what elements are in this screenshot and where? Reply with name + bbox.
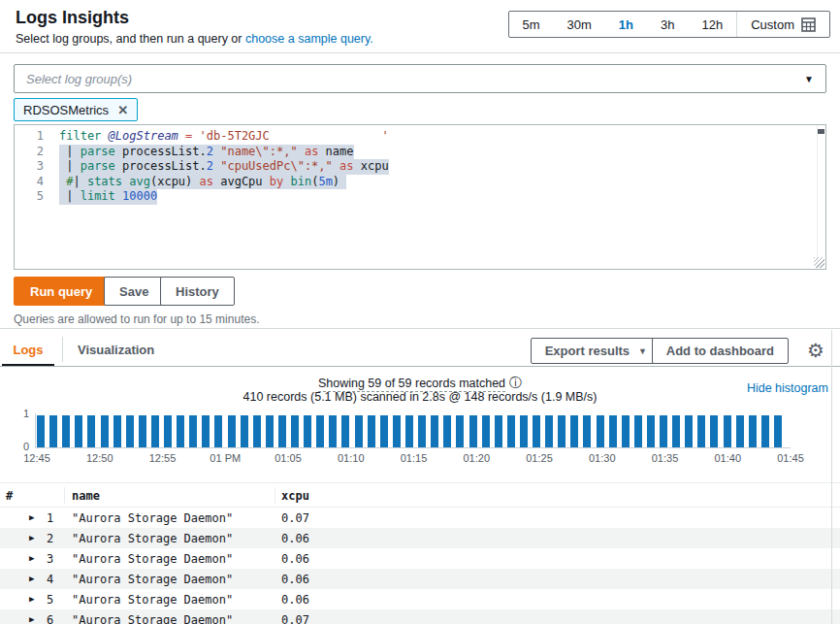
histogram-bar[interactable] xyxy=(355,415,363,447)
histogram-bar[interactable] xyxy=(393,415,401,447)
tab-logs[interactable]: Logs xyxy=(2,335,54,364)
histogram-bar[interactable] xyxy=(724,415,731,447)
histogram-bars[interactable] xyxy=(37,415,784,447)
export-results-button[interactable]: Export results ▼ xyxy=(531,338,662,364)
histogram-bar[interactable] xyxy=(75,415,82,447)
histogram-bar[interactable] xyxy=(37,415,45,447)
expand-row-icon[interactable]: ▶ xyxy=(29,614,34,624)
histogram-bar[interactable] xyxy=(101,415,109,447)
histogram-bar[interactable] xyxy=(241,415,248,447)
info-icon[interactable]: ⓘ xyxy=(509,376,522,390)
histogram-bar[interactable] xyxy=(253,415,261,447)
histogram-bar[interactable] xyxy=(431,415,438,447)
histogram-bar[interactable] xyxy=(202,415,210,447)
histogram-bar[interactable] xyxy=(685,415,693,447)
histogram-bar[interactable] xyxy=(380,415,388,447)
editor-resize-handle[interactable] xyxy=(814,257,824,268)
histogram-bar[interactable] xyxy=(583,415,591,447)
expand-row-icon[interactable]: ▶ xyxy=(29,553,34,563)
histogram-bar[interactable] xyxy=(405,415,413,447)
histogram-bar[interactable] xyxy=(368,415,375,447)
table-row[interactable]: ▶3"Aurora Storage Daemon"0.06 xyxy=(0,548,840,569)
table-row[interactable]: ▶6"Aurora Storage Daemon"0.07 xyxy=(0,609,840,624)
gear-icon[interactable]: ⚙ xyxy=(807,339,824,362)
histogram-bar[interactable] xyxy=(214,415,222,447)
column-divider[interactable] xyxy=(275,487,275,504)
histogram-bar[interactable] xyxy=(469,415,477,447)
histogram-bar[interactable] xyxy=(278,415,286,447)
time-range-custom[interactable]: Custom xyxy=(736,12,829,37)
histogram-bar[interactable] xyxy=(697,415,705,447)
log-group-select[interactable]: Select log group(s) ▼ xyxy=(14,64,826,93)
histogram-bar[interactable] xyxy=(507,415,515,447)
histogram-bar[interactable] xyxy=(736,415,744,447)
subtitle-text: Select log groups, and then run a query … xyxy=(16,32,245,46)
histogram-bar[interactable] xyxy=(443,415,451,447)
table-row[interactable]: ▶5"Aurora Storage Daemon"0.06 xyxy=(0,589,840,609)
histogram-bar[interactable] xyxy=(87,415,95,447)
histogram-bar[interactable] xyxy=(329,415,337,447)
column-divider[interactable] xyxy=(64,487,65,504)
histogram-bar[interactable] xyxy=(266,415,274,447)
run-query-button[interactable]: Run query xyxy=(14,277,109,306)
histogram-bar[interactable] xyxy=(710,415,718,447)
query-editor[interactable]: 1filter @LogStream = 'db-5T2GJC '2 | par… xyxy=(14,124,826,270)
histogram-bar[interactable] xyxy=(597,415,604,447)
time-range-12h[interactable]: 12h xyxy=(689,12,737,37)
histogram-bar[interactable] xyxy=(113,415,121,447)
histogram-bar[interactable] xyxy=(418,415,426,447)
histogram-bar[interactable] xyxy=(189,415,197,447)
time-range-5m[interactable]: 5m xyxy=(509,12,554,37)
histogram-bar[interactable] xyxy=(570,415,578,447)
histogram-bar[interactable] xyxy=(545,415,553,447)
histogram-bar[interactable] xyxy=(177,415,184,447)
histogram-bar[interactable] xyxy=(291,415,299,447)
histogram-bar[interactable] xyxy=(341,415,349,447)
history-button[interactable]: History xyxy=(160,277,235,306)
histogram-bar[interactable] xyxy=(774,415,782,447)
histogram-bar[interactable] xyxy=(316,415,324,447)
histogram-bar[interactable] xyxy=(495,415,502,447)
histogram-bar[interactable] xyxy=(533,415,540,447)
remove-log-group-icon[interactable]: ✕ xyxy=(117,103,128,117)
histogram-bar[interactable] xyxy=(634,415,642,447)
histogram-bar[interactable] xyxy=(304,415,311,447)
histogram-bar[interactable] xyxy=(660,415,667,447)
editor-scrollbar-thumb[interactable] xyxy=(818,129,824,134)
editor-scrollbar[interactable] xyxy=(817,125,825,269)
histogram-bar[interactable] xyxy=(151,415,159,447)
time-range-3h[interactable]: 3h xyxy=(647,12,688,37)
histogram-bar[interactable] xyxy=(139,415,146,447)
histogram-bar[interactable] xyxy=(520,415,528,447)
expand-row-icon[interactable]: ▶ xyxy=(29,574,34,583)
table-row[interactable]: ▶1"Aurora Storage Daemon"0.07 xyxy=(0,508,840,528)
histogram-bar[interactable] xyxy=(456,415,464,447)
histogram-bar[interactable] xyxy=(62,415,70,447)
table-row[interactable]: ▶4"Aurora Storage Daemon"0.06 xyxy=(0,569,840,589)
table-row[interactable]: ▶2"Aurora Storage Daemon"0.06 xyxy=(0,528,840,548)
histogram-bar[interactable] xyxy=(761,415,769,447)
histogram-bar[interactable] xyxy=(647,415,655,447)
histogram-bar[interactable] xyxy=(622,415,630,447)
column-header-xcpu: xcpu xyxy=(281,489,309,503)
histogram-bar[interactable] xyxy=(558,415,565,447)
histogram-bar[interactable] xyxy=(749,415,757,447)
sample-query-link[interactable]: choose a sample query. xyxy=(245,32,373,46)
expand-row-icon[interactable]: ▶ xyxy=(29,594,34,604)
histogram-bar[interactable] xyxy=(49,415,57,447)
tab-visualization[interactable]: Visualization xyxy=(63,335,169,364)
add-to-dashboard-button[interactable]: Add to dashboard xyxy=(652,338,789,364)
y-axis-tick-1: 1 xyxy=(6,408,29,419)
time-range-1h[interactable]: 1h xyxy=(605,12,647,37)
histogram-bar[interactable] xyxy=(126,415,134,447)
hide-histogram-link[interactable]: Hide histogram xyxy=(747,381,828,395)
histogram-bar[interactable] xyxy=(482,415,490,447)
histogram-bar[interactable] xyxy=(228,415,236,447)
time-range-30m[interactable]: 30m xyxy=(554,12,605,37)
expand-row-icon[interactable]: ▶ xyxy=(29,533,34,542)
histogram-bar[interactable] xyxy=(609,415,617,447)
save-button[interactable]: Save xyxy=(104,277,164,306)
histogram-bar[interactable] xyxy=(672,415,680,447)
expand-row-icon[interactable]: ▶ xyxy=(29,512,34,522)
histogram-bar[interactable] xyxy=(164,415,172,447)
